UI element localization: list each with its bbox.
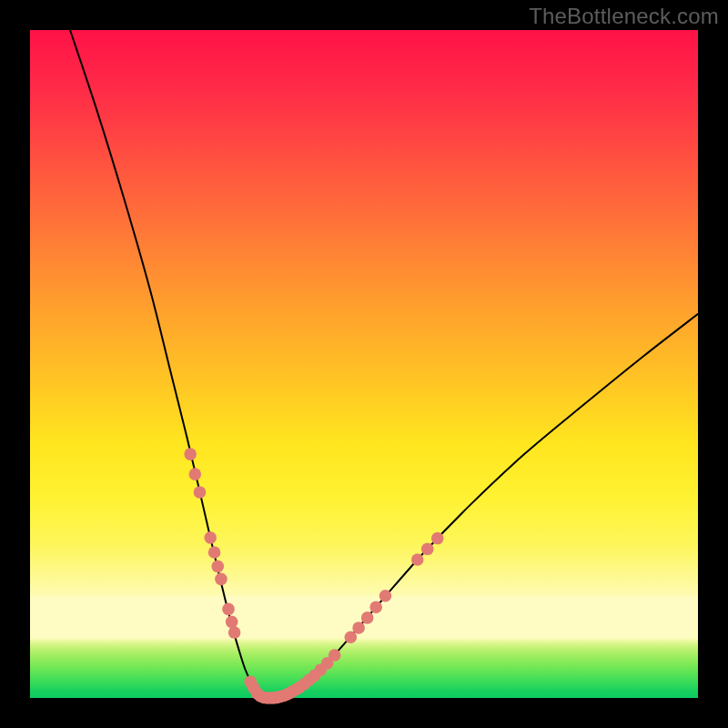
marker-dot: [329, 649, 341, 662]
marker-dot: [194, 486, 207, 499]
marker-dot: [208, 546, 221, 559]
marker-dot: [226, 616, 238, 629]
marker-dot: [361, 612, 374, 624]
chart-frame: TheBottleneck.com: [0, 0, 728, 728]
curve-layer: [30, 30, 698, 698]
watermark-text: TheBottleneck.com: [529, 4, 719, 29]
marker-dot: [211, 561, 224, 573]
marker-dot: [184, 448, 197, 460]
marker-dot: [352, 622, 365, 634]
marker-dot: [431, 532, 444, 545]
marker-dot: [345, 631, 358, 643]
marker-dot: [421, 543, 434, 556]
marker-dot: [222, 603, 235, 616]
marker-dot: [379, 590, 392, 602]
marker-dot: [204, 531, 217, 544]
marker-dot: [228, 626, 241, 639]
marker-dot: [411, 553, 424, 566]
marker-dot: [215, 573, 228, 586]
marker-dot: [369, 601, 382, 613]
highlight-markers: [184, 448, 443, 704]
plot-area: [30, 30, 698, 698]
marker-dot: [189, 468, 202, 480]
